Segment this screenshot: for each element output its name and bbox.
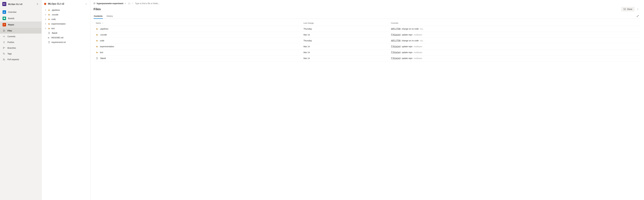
row-last-change: Mar 14 (304, 45, 310, 48)
folder-icon (96, 40, 98, 42)
table-row[interactable]: code Thursday 40fc7f90 change src to cod… (94, 38, 640, 44)
folder-icon (48, 9, 50, 11)
breadcrumb-root-folder-icon[interactable] (128, 2, 130, 4)
nav-commits[interactable]: Commits (0, 34, 42, 39)
nav-list: Overview Boards Repos Files Commits (0, 8, 42, 63)
tree-folder[interactable]: .pipelines (42, 8, 90, 12)
tree-item-label: .vscode (51, 14, 58, 16)
add-project-button[interactable] (36, 2, 39, 6)
files-icon (2, 29, 6, 32)
tree-file[interactable]: .flake8 (42, 31, 90, 35)
overview-icon (2, 10, 6, 14)
page-title: Files (94, 7, 101, 11)
tree-folder[interactable]: code (42, 17, 90, 22)
table-row[interactable]: experimentation Mar 14 f761a1e4 update r… (94, 44, 640, 50)
branch-picker[interactable]: hyperparameter-experiment (94, 2, 126, 4)
nav-repos[interactable]: Repos (0, 22, 42, 28)
project-header[interactable]: MV MLOps CLI v2 (0, 0, 42, 8)
row-name-label: .flake8 (100, 57, 106, 60)
tree-item-label: .pipelines (51, 9, 60, 11)
folder-icon (96, 51, 98, 54)
file-search-input[interactable] (135, 2, 172, 4)
nav-branches[interactable]: Branches (0, 45, 42, 51)
commit-author: madiepev (414, 34, 422, 36)
table-row[interactable]: .pipelines Thursday 40fc7f90 change src … (94, 26, 640, 32)
nav-boards[interactable]: Boards (0, 15, 42, 22)
tab-history[interactable]: History (106, 14, 113, 19)
fullscreen-icon (636, 15, 639, 17)
nav-overview[interactable]: Overview (0, 9, 42, 15)
commit-message: update repo (402, 45, 412, 48)
nav-files[interactable]: Files (0, 28, 42, 34)
row-name-label: code (100, 40, 104, 42)
svg-point-12 (3, 48, 4, 49)
commit-message: update repo (402, 57, 412, 60)
clone-button[interactable]: Clone (621, 7, 634, 12)
page-more-button[interactable] (636, 7, 640, 11)
svg-point-7 (4, 24, 5, 25)
chevron-right-icon (44, 14, 47, 16)
svg-point-17 (4, 60, 5, 60)
repo-more-button[interactable] (84, 2, 88, 6)
row-name-label: test (100, 51, 103, 54)
tree-file[interactable]: M↓README.md (42, 35, 90, 40)
tree-folder[interactable]: test (42, 26, 90, 31)
folder-icon (48, 14, 50, 16)
tab-history-label: History (106, 15, 113, 17)
repo-picker[interactable]: MLOps CLI v2 (42, 0, 90, 7)
col-header-commits[interactable]: Commits (388, 20, 640, 26)
tree-item-label: requirements.txt (51, 41, 66, 43)
table-row[interactable]: .flake8 Mar 14 f761a1e4 update repo madi… (94, 56, 640, 61)
tab-contents[interactable]: Contents (94, 14, 103, 19)
table-row[interactable]: test Mar 14 f761a1e4 update repo madiepe… (94, 50, 640, 56)
commit-hash-link[interactable]: f761a1e4 (391, 34, 400, 36)
file-table: Name ↑ Last change Commits .pipelines Th… (94, 20, 640, 61)
boards-icon (2, 17, 6, 20)
repos-icon (2, 23, 6, 26)
svg-point-20 (86, 4, 86, 4)
row-last-change: Mar 14 (304, 57, 310, 60)
commit-hash-link[interactable]: f761a1e4 (391, 51, 400, 54)
nav-pushes[interactable]: Pushes (0, 39, 42, 45)
svg-point-22 (94, 3, 94, 3)
commit-hash-link[interactable]: f761a1e4 (391, 45, 400, 48)
file-table-wrap: Name ↑ Last change Commits .pipelines Th… (94, 20, 640, 200)
svg-rect-25 (624, 8, 626, 10)
row-name-label: .pipelines (100, 28, 108, 30)
pushes-icon (2, 41, 6, 44)
commit-message: change src to code (402, 28, 419, 30)
table-header-row: Name ↑ Last change Commits (94, 20, 640, 26)
folder-icon (96, 34, 98, 36)
tree-list: .pipelines.vscodecodeexperimentationtest… (42, 7, 90, 45)
branch-name: hyperparameter-experiment (97, 2, 123, 4)
nav-pull-requests[interactable]: Pull requests (0, 56, 42, 62)
branch-icon (94, 2, 96, 4)
file-icon (48, 41, 50, 43)
commit-hash-link[interactable]: 40fc7f90 (391, 40, 400, 42)
tree-folder[interactable]: .vscode (42, 12, 90, 17)
table-row[interactable]: .vscode Mar 14 f761a1e4 update repo madi… (94, 32, 640, 38)
row-last-change: Mar 14 (304, 51, 310, 54)
commit-author: ma... (420, 40, 424, 42)
tree-folder[interactable]: experimentation (42, 22, 90, 26)
nav-repos-label: Repos (8, 24, 14, 26)
nav-tags[interactable]: Tags (0, 51, 42, 56)
col-header-name[interactable]: Name ↑ (94, 20, 301, 26)
commit-hash-link[interactable]: f761a1e4 (391, 57, 400, 60)
svg-point-11 (3, 47, 4, 48)
project-badge: MV (2, 2, 6, 6)
col-header-last[interactable]: Last change (301, 20, 388, 26)
tree-file[interactable]: requirements.txt (42, 40, 90, 44)
fullscreen-button[interactable] (636, 14, 640, 18)
commit-hash-link[interactable]: 40fc7f90 (391, 28, 400, 30)
file-icon (48, 32, 50, 34)
chevron-right-icon (44, 23, 47, 25)
commits-icon (2, 35, 6, 38)
tree-item-label: code (51, 18, 56, 20)
svg-point-27 (638, 9, 638, 9)
tags-icon (2, 52, 6, 55)
svg-point-24 (95, 3, 95, 4)
nav-pullreq-label: Pull requests (8, 58, 19, 60)
svg-point-10 (4, 41, 4, 42)
row-last-change: Thursday (304, 40, 312, 42)
